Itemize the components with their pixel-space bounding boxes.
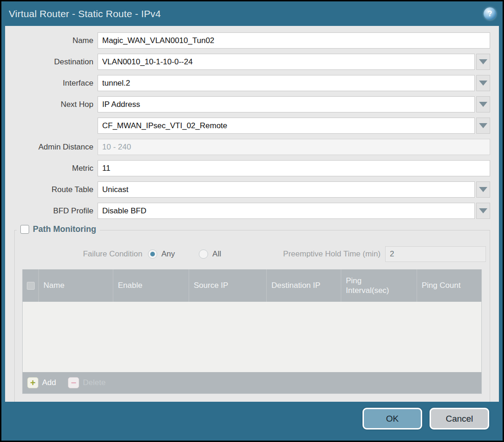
interface-dropdown-button[interactable] <box>476 75 490 91</box>
path-monitoring-checkbox[interactable] <box>20 225 29 234</box>
column-header-ping-count[interactable]: Ping Count <box>417 269 481 302</box>
failure-condition-all-label: All <box>212 249 221 259</box>
minus-icon: − <box>68 377 79 388</box>
field-row-metric: Metric <box>14 160 490 176</box>
bfd-profile-label: BFD Profile <box>14 206 98 216</box>
dialog-title: Virtual Router - Static Route - IPv4 <box>9 8 161 19</box>
next-hop-address-dropdown-button[interactable] <box>476 118 490 134</box>
preemptive-hold-time-label: Preemptive Hold Time (min) <box>283 249 385 259</box>
help-icon[interactable]: ? <box>484 7 496 20</box>
interface-input[interactable] <box>98 75 475 91</box>
dialog-titlebar: Virtual Router - Static Route - IPv4 ? <box>1 1 503 26</box>
next-hop-label: Next Hop <box>14 100 98 109</box>
column-header-name[interactable]: Name <box>38 269 113 302</box>
field-row-route-table: Route Table <box>14 181 490 198</box>
path-monitoring-title: Path Monitoring <box>33 224 96 234</box>
next-hop-address-input[interactable] <box>98 118 475 134</box>
chevron-down-icon <box>479 123 487 128</box>
bfd-profile-dropdown-button[interactable] <box>476 203 490 219</box>
delete-button[interactable]: − Delete <box>68 377 105 388</box>
path-monitoring-section: Path Monitoring Failure Condition Any Al… <box>14 230 490 402</box>
failure-condition-label: Failure Condition <box>22 249 148 259</box>
route-table-dropdown-button[interactable] <box>476 181 490 198</box>
bfd-profile-input[interactable] <box>98 203 475 219</box>
chevron-down-icon <box>479 59 487 64</box>
plus-icon: + <box>27 377 38 388</box>
table-toolbar: + Add − Delete <box>23 372 481 393</box>
chevron-down-icon <box>479 102 487 107</box>
field-row-next-hop: Next Hop <box>14 96 490 112</box>
chevron-down-icon <box>479 81 487 86</box>
destination-dropdown-button[interactable] <box>476 54 490 70</box>
metric-input[interactable] <box>98 160 490 176</box>
failure-condition-all-radio[interactable] <box>199 249 208 259</box>
field-row-next-hop-address <box>14 118 490 134</box>
cancel-button[interactable]: Cancel <box>430 408 489 430</box>
column-header-enable[interactable]: Enable <box>113 269 189 302</box>
name-label: Name <box>14 36 98 45</box>
field-row-destination: Destination <box>14 54 490 70</box>
select-all-cell <box>23 269 38 302</box>
chevron-down-icon <box>479 208 487 213</box>
dialog-footer: OK Cancel <box>1 402 503 441</box>
failure-condition-any-label: Any <box>161 249 175 259</box>
route-table-input[interactable] <box>98 181 475 198</box>
ok-button[interactable]: OK <box>363 408 422 430</box>
admin-distance-input[interactable] <box>98 139 490 155</box>
path-monitoring-legend: Path Monitoring <box>17 224 100 234</box>
field-row-interface: Interface <box>14 75 490 91</box>
admin-distance-label: Admin Distance <box>14 143 98 152</box>
column-header-source-ip[interactable]: Source IP <box>189 269 266 302</box>
route-table-label: Route Table <box>14 185 98 194</box>
field-row-bfd-profile: BFD Profile <box>14 203 490 219</box>
select-all-checkbox[interactable] <box>27 282 35 290</box>
dialog-body: Name Destination Interface <box>5 26 499 402</box>
destination-label: Destination <box>14 57 98 67</box>
interface-label: Interface <box>14 79 98 88</box>
next-hop-type-input[interactable] <box>98 96 475 112</box>
metric-label: Metric <box>14 164 98 173</box>
table-body-empty <box>23 302 481 372</box>
table-header-row: Name Enable Source IP Destination IP Pin… <box>23 269 481 302</box>
failure-condition-any-radio[interactable] <box>148 249 157 259</box>
static-route-dialog: Virtual Router - Static Route - IPv4 ? N… <box>0 0 504 442</box>
add-button[interactable]: + Add <box>27 377 56 388</box>
chevron-down-icon <box>479 187 487 192</box>
path-monitoring-table: Name Enable Source IP Destination IP Pin… <box>22 269 482 394</box>
next-hop-dropdown-button[interactable] <box>476 96 490 112</box>
destination-input[interactable] <box>98 54 475 70</box>
column-header-ping-interval[interactable]: Ping Interval(sec) <box>341 269 417 302</box>
preemptive-hold-time-input[interactable] <box>385 246 486 262</box>
column-header-destination-ip[interactable]: Destination IP <box>266 269 341 302</box>
field-row-admin-distance: Admin Distance <box>14 139 490 155</box>
name-input[interactable] <box>98 32 490 49</box>
field-row-name: Name <box>14 32 490 49</box>
path-monitoring-controls: Failure Condition Any All Preemptive Hol… <box>22 246 486 262</box>
